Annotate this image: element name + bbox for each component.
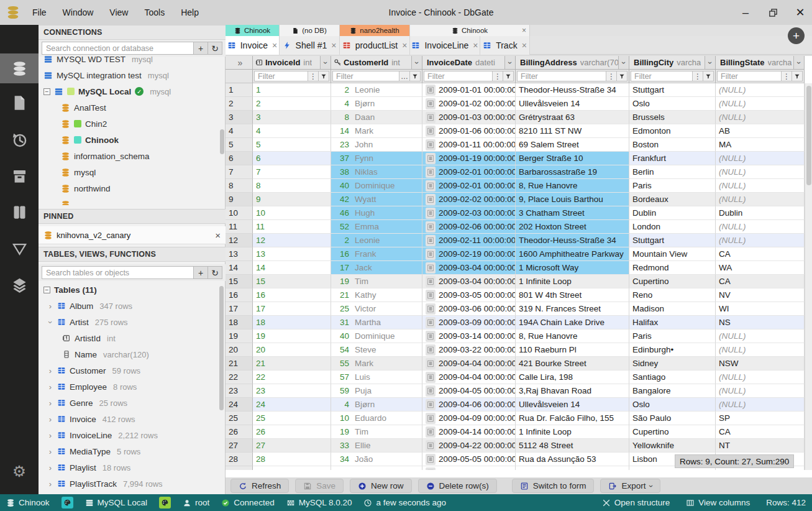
cell-billingstate[interactable]: (NULL) bbox=[716, 193, 805, 206]
row-number[interactable]: 8 bbox=[226, 179, 253, 193]
document-icon[interactable] bbox=[426, 262, 436, 274]
column-dropdown-button[interactable]: › bbox=[618, 56, 629, 69]
row-number[interactable]: 10 bbox=[226, 206, 253, 220]
tables-search-input[interactable] bbox=[42, 266, 194, 279]
cell-customerid[interactable]: 16Frank bbox=[331, 247, 422, 261]
tab-track[interactable]: Track× bbox=[480, 36, 530, 55]
cell-billingaddress[interactable]: Calle Lira, 198 bbox=[516, 371, 629, 384]
row-number[interactable]: 6 bbox=[226, 152, 253, 165]
row-number[interactable]: 5 bbox=[226, 138, 253, 152]
cell-invoicedate[interactable]: 2009-01-06 00:00:00 bbox=[422, 124, 516, 138]
column-header-invoicedate[interactable]: InvoiceDatedateti› bbox=[422, 56, 516, 70]
new-row-button[interactable]: New row bbox=[350, 479, 412, 493]
cell-invoicedate[interactable]: 2009-03-14 00:00:00 bbox=[422, 329, 516, 343]
cell-invoiceid[interactable]: 3 bbox=[253, 111, 331, 124]
cell-customerid[interactable]: 2Leonie bbox=[331, 234, 422, 247]
save-button[interactable]: Save bbox=[295, 479, 344, 493]
refresh-connections-button[interactable]: ↻ bbox=[208, 42, 222, 55]
row-number[interactable]: 21 bbox=[226, 357, 253, 371]
cell-billingaddress[interactable]: Tauentzienstraße 8 bbox=[516, 466, 629, 470]
cell-customerid[interactable]: 23John bbox=[331, 138, 422, 152]
cell-billingcity[interactable]: Madison bbox=[629, 302, 716, 316]
status-mysql-8-0-20[interactable]: MySQL 8.0.20 bbox=[286, 498, 352, 507]
row-number[interactable]: 27 bbox=[226, 439, 253, 453]
export-button[interactable]: Export› bbox=[600, 479, 660, 493]
connection-item-information_schema[interactable]: information_schema bbox=[39, 148, 226, 164]
cell-invoiceid[interactable]: 19 bbox=[253, 329, 331, 343]
cell-customerid[interactable]: 42Wyatt bbox=[331, 193, 422, 206]
cell-invoiceid[interactable]: 16 bbox=[253, 288, 331, 302]
add-connection-button[interactable]: + bbox=[194, 42, 208, 55]
row-number[interactable]: 2 bbox=[226, 97, 253, 111]
grid-corner-expand[interactable]: » bbox=[226, 56, 253, 70]
cell-invoicedate[interactable]: 2009-01-01 00:00:00 bbox=[422, 83, 516, 97]
chevron-right-icon[interactable]: › bbox=[47, 366, 53, 375]
document-icon[interactable] bbox=[426, 276, 436, 287]
row-number[interactable]: 20 bbox=[226, 343, 253, 357]
cell-invoicedate[interactable]: 2009-05-05 00:00:00 bbox=[422, 453, 516, 466]
cell-invoicedate[interactable]: 2009-04-04 00:00:00 bbox=[422, 357, 516, 371]
document-icon[interactable] bbox=[426, 126, 436, 137]
cell-customerid[interactable]: 14Mark bbox=[331, 124, 422, 138]
refresh-button[interactable]: Refresh bbox=[230, 479, 289, 493]
switch-to-form-button[interactable]: Switch to form bbox=[512, 479, 595, 493]
document-icon[interactable] bbox=[426, 249, 436, 260]
column-item-name[interactable]: Namevarchar(120) bbox=[39, 346, 226, 362]
cell-billingaddress[interactable]: 319 N. Frances Street bbox=[516, 302, 629, 316]
table-item-artist[interactable]: ›Artist275 rows bbox=[39, 314, 226, 330]
row-number[interactable]: 17 bbox=[226, 302, 253, 316]
table-item-mediatype[interactable]: ›MediaType5 rows bbox=[39, 443, 226, 459]
cell-billingstate[interactable]: CA bbox=[716, 275, 805, 288]
cell-billingcity[interactable]: Cupertino bbox=[629, 425, 716, 439]
cell-billingaddress[interactable]: 8, Rue Hanovre bbox=[516, 329, 629, 343]
chevron-right-icon[interactable]: › bbox=[47, 415, 53, 424]
close-group-icon[interactable]: × bbox=[522, 26, 526, 35]
document-icon[interactable] bbox=[426, 180, 436, 191]
table-item-invoiceline[interactable]: ›InvoiceLine2,212 rows bbox=[39, 427, 226, 443]
document-icon[interactable] bbox=[426, 221, 436, 232]
status-connected[interactable]: Connected bbox=[221, 498, 274, 507]
table-item-album[interactable]: ›Album347 rows bbox=[39, 298, 226, 314]
cell-billingstate[interactable]: (NULL) bbox=[716, 371, 805, 384]
cell-customerid[interactable]: 33Ellie bbox=[331, 439, 422, 453]
filter-input[interactable]: Filter bbox=[254, 71, 308, 81]
document-icon[interactable] bbox=[426, 426, 436, 438]
cell-billingstate[interactable]: SP bbox=[716, 412, 805, 425]
rail-settings[interactable]: ⚙ bbox=[0, 456, 39, 486]
column-header-billingaddress[interactable]: BillingAddressvarchar(70› bbox=[516, 56, 629, 70]
status-theme-chip[interactable] bbox=[62, 497, 73, 509]
tab-group-chinook[interactable]: Chinook× bbox=[410, 25, 530, 36]
table-item-invoice[interactable]: ›Invoice412 rows bbox=[39, 411, 226, 427]
filter-input[interactable]: Filter bbox=[717, 71, 782, 81]
status-view-columns[interactable]: View columns bbox=[686, 498, 750, 507]
document-icon[interactable] bbox=[426, 194, 436, 205]
cell-invoicedate[interactable]: 2009-04-05 00:00:00 bbox=[422, 384, 516, 398]
cell-billingaddress[interactable]: 8210 111 ST NW bbox=[516, 124, 629, 138]
cell-invoiceid[interactable]: 17 bbox=[253, 302, 331, 316]
cell-billingstate[interactable]: NS bbox=[716, 316, 805, 329]
cell-invoiceid[interactable]: 13 bbox=[253, 247, 331, 261]
funnel-icon[interactable] bbox=[503, 71, 514, 81]
cell-billingaddress[interactable]: 194A Chain Lake Drive bbox=[516, 316, 629, 329]
chevron-right-icon[interactable]: › bbox=[47, 431, 53, 440]
status-root[interactable]: root bbox=[183, 498, 209, 507]
cell-billingcity[interactable]: São Paulo bbox=[629, 412, 716, 425]
document-icon[interactable] bbox=[426, 153, 436, 164]
tab-group-nano2health[interactable]: nano2health bbox=[340, 25, 410, 36]
close-tab-icon[interactable]: × bbox=[272, 40, 277, 50]
collapse-box-icon[interactable]: − bbox=[43, 88, 50, 95]
cell-billingstate[interactable]: NV bbox=[716, 288, 805, 302]
column-dropdown-button[interactable]: › bbox=[411, 56, 422, 69]
cell-invoiceid[interactable]: 8 bbox=[253, 179, 331, 193]
document-icon[interactable] bbox=[426, 344, 436, 356]
cell-billingstate[interactable]: (NULL) bbox=[716, 179, 805, 193]
chevron-down-icon[interactable]: › bbox=[46, 319, 55, 325]
row-number[interactable]: 28 bbox=[226, 453, 253, 466]
cell-billingstate[interactable]: CA bbox=[716, 425, 805, 439]
document-icon[interactable] bbox=[426, 112, 436, 123]
connection-item-northwind[interactable]: northwind bbox=[39, 180, 226, 196]
column-header-invoiceid[interactable]: InvoiceIdint› bbox=[253, 56, 331, 70]
cell-invoiceid[interactable]: 12 bbox=[253, 234, 331, 247]
cell-billingcity[interactable]: Halifax bbox=[629, 316, 716, 329]
menu-tools[interactable]: Tools bbox=[144, 7, 165, 17]
